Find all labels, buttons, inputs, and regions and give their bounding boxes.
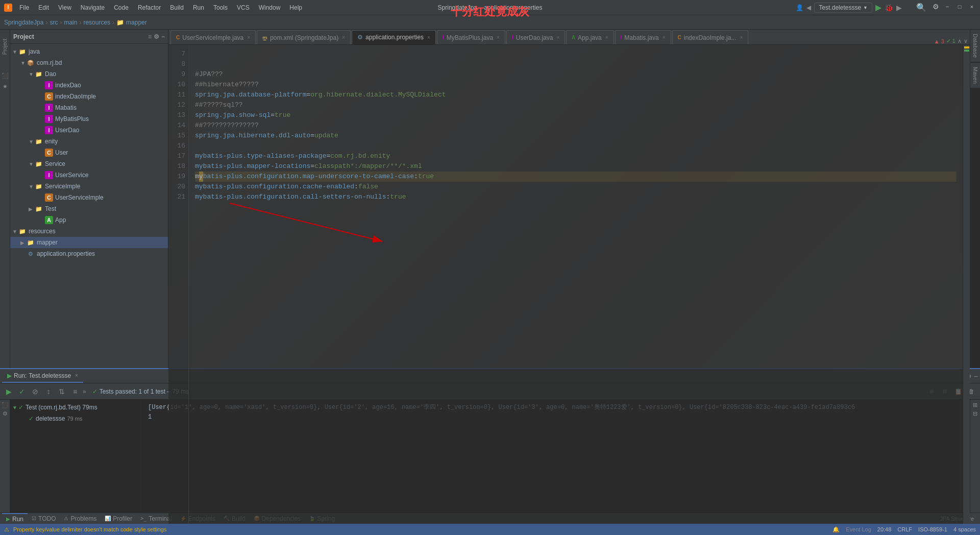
run-right-icon-2[interactable]: ⊟ xyxy=(973,410,977,417)
tree-indexdaoimple[interactable]: C indexDaoImple xyxy=(10,91,168,102)
tab-close-icon[interactable]: × xyxy=(740,35,743,40)
tree-indexdao[interactable]: I indexDao xyxy=(10,80,168,91)
bottom-tab-run[interactable]: ▶ Run xyxy=(2,513,28,524)
database-panel[interactable]: Database xyxy=(970,30,980,62)
bottom-tab-todo[interactable]: ☑ TODO xyxy=(28,513,60,524)
minimize-button[interactable]: − xyxy=(943,3,951,11)
tab-close-icon[interactable]: × xyxy=(497,35,500,40)
menu-code[interactable]: Code xyxy=(110,2,133,13)
sort-dur-button[interactable]: ⇅ xyxy=(56,386,67,397)
tree-application-props[interactable]: ⚙ application.properties xyxy=(10,248,168,259)
favorites-icon[interactable]: ★ xyxy=(3,83,8,90)
tree-mabatis[interactable]: I Mabatis xyxy=(10,102,168,113)
tree-test[interactable]: ▶ 📁 Test xyxy=(10,203,168,214)
nav-up[interactable]: ∧ xyxy=(958,38,962,44)
maven-label[interactable]: Maven xyxy=(971,63,980,88)
close-panel-icon[interactable]: − xyxy=(161,33,165,40)
sort-alpha-button[interactable]: ↕ xyxy=(43,386,54,397)
bottom-tab-profiler[interactable]: 📊 Profiler xyxy=(101,513,136,524)
run-toolbar-next[interactable]: » xyxy=(83,388,86,395)
filter-button[interactable]: ≡ xyxy=(69,386,81,397)
menu-file[interactable]: File xyxy=(15,2,33,13)
search-button[interactable]: 🔍 xyxy=(916,3,926,13)
tab-pom[interactable]: m̲ pom.xml (SpringdateJpa) × xyxy=(257,30,351,44)
bottom-tab-problems[interactable]: ⚠ Problems xyxy=(60,513,101,524)
tab-userserviceimple[interactable]: C UserServiceImple.java × xyxy=(170,30,256,44)
code-editor[interactable]: #JPA??? ##hibernate????? spring.jpa.data… xyxy=(189,45,963,524)
run-all-button[interactable]: ✓ xyxy=(16,386,28,397)
tree-app[interactable]: A App xyxy=(10,214,168,226)
collapse-all-icon[interactable]: ≡ xyxy=(148,33,152,40)
nav-down[interactable]: ∨ xyxy=(964,38,968,44)
rerun-button[interactable]: ▶ xyxy=(3,386,14,397)
tree-userdao[interactable]: I UserDao xyxy=(10,125,168,136)
stop-button[interactable]: ⊘ xyxy=(30,386,41,397)
run-tree-test-method[interactable]: ✓ deletessse 79 ms xyxy=(10,413,142,424)
breadcrumb-main[interactable]: main xyxy=(64,19,77,26)
menu-tools[interactable]: Tools xyxy=(209,2,232,13)
status-event-log-text[interactable]: Event Log xyxy=(846,526,871,533)
tree-dao[interactable]: ▼ 📁 Dao xyxy=(10,68,168,80)
tab-mabatis[interactable]: I Mabatis.java × xyxy=(615,30,671,44)
tab-userdao[interactable]: I UserDao.java × xyxy=(506,30,565,44)
tab-close-icon[interactable]: × xyxy=(605,35,608,40)
menu-run[interactable]: Run xyxy=(189,2,208,13)
maven-panel[interactable]: Maven xyxy=(970,63,980,88)
tree-mybatisplus[interactable]: I MyBatisPlus xyxy=(10,113,168,125)
menu-build[interactable]: Build xyxy=(166,2,188,13)
tree-resources[interactable]: ▼ 📁 resources xyxy=(10,226,168,237)
settings-button[interactable]: ⚙ xyxy=(933,3,939,13)
tree-serviceimple[interactable]: ▼ 📁 ServiceImple xyxy=(10,181,168,192)
menu-navigate[interactable]: Navigate xyxy=(77,2,109,13)
back-icon[interactable]: ◀ xyxy=(806,4,811,11)
tab-app[interactable]: A App.java × xyxy=(566,30,614,44)
tree-user[interactable]: C User xyxy=(10,147,168,158)
run-tree-test-class[interactable]: ▼ ✓ Test (com.rj.bd.Test) 79ms xyxy=(10,402,142,413)
tab-application[interactable]: ⚙ application.properties × xyxy=(352,30,436,44)
database-label[interactable]: Database xyxy=(971,30,980,62)
menu-edit[interactable]: Edit xyxy=(34,2,53,13)
status-event-log[interactable]: 🔔 xyxy=(832,526,840,533)
tab-close-icon[interactable]: × xyxy=(342,35,345,40)
run-left-icon-1[interactable]: ⬛ xyxy=(2,402,9,408)
tab-close-icon[interactable]: × xyxy=(556,35,559,40)
tab-close-icon[interactable]: × xyxy=(247,35,250,40)
tab-close-icon[interactable]: × xyxy=(427,35,430,40)
status-crlf[interactable]: CRLF xyxy=(897,526,912,533)
tree-userservice[interactable]: I UserService xyxy=(10,169,168,181)
run-coverage-button[interactable]: ▶ xyxy=(896,4,902,12)
breadcrumb-mapper[interactable]: mapper xyxy=(126,19,147,26)
tab-mybatisplus[interactable]: I MyBatisPlus.java × xyxy=(437,30,505,44)
tree-userserviceimple[interactable]: C UserServiceImple xyxy=(10,192,168,203)
close-button[interactable]: × xyxy=(968,3,976,11)
breadcrumb-src[interactable]: src xyxy=(50,19,58,26)
run-tab-run[interactable]: ▶ Run: Test.deletessse × xyxy=(2,370,83,383)
tree-enity[interactable]: ▼ 📁 enity xyxy=(10,136,168,147)
run-minimize-icon[interactable]: − xyxy=(974,372,978,380)
tree-java[interactable]: ▼ 📁 java xyxy=(10,46,168,57)
tree-service[interactable]: ▼ 📁 Service xyxy=(10,158,168,169)
menu-vcs[interactable]: VCS xyxy=(233,2,254,13)
menu-window[interactable]: Window xyxy=(255,2,285,13)
tab-close-icon[interactable]: × xyxy=(663,35,666,40)
run-right-icon-1[interactable]: ⊞ xyxy=(973,402,977,408)
debug-button[interactable]: 🐞 xyxy=(885,4,893,12)
status-charset[interactable]: ISO-8859-1 xyxy=(918,526,947,533)
project-tool-icon[interactable]: Project xyxy=(1,32,9,62)
menu-view[interactable]: View xyxy=(54,2,76,13)
run-green-button[interactable]: ▶ xyxy=(875,3,881,12)
breadcrumb-root[interactable]: SpringdateJpa xyxy=(4,19,43,26)
maximize-button[interactable]: □ xyxy=(955,3,964,11)
tree-mapper[interactable]: ▶ 📁 mapper xyxy=(10,237,168,248)
menu-help[interactable]: Help xyxy=(285,2,306,13)
settings-icon[interactable]: ⚙ xyxy=(154,33,159,40)
run-left-icon-2[interactable]: ⚙ xyxy=(3,410,8,417)
menu-refactor[interactable]: Refactor xyxy=(134,2,165,13)
status-indent[interactable]: 4 spaces xyxy=(953,526,976,533)
run-tab-close[interactable]: × xyxy=(75,373,78,378)
tree-comrjbd[interactable]: ▼ 📦 com.rj.bd xyxy=(10,57,168,68)
breadcrumb-resources[interactable]: resources xyxy=(83,19,110,26)
tab-indexdaoimple[interactable]: C indexDaoImple.ja... × xyxy=(672,30,749,44)
run-config-selector[interactable]: Test.deletessse ▼ xyxy=(814,3,872,13)
structure-icon[interactable]: ⬛ xyxy=(2,72,9,79)
